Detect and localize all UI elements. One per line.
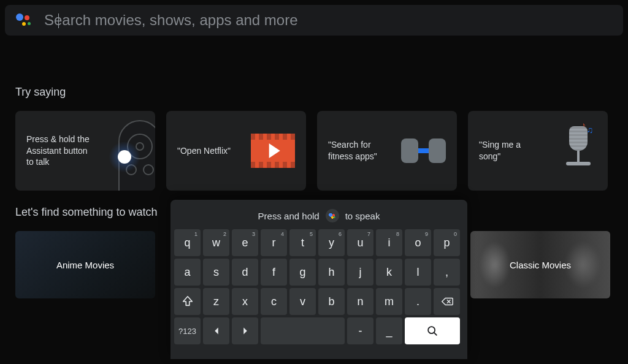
tile-label: Anime Movies [56,260,114,270]
key-p[interactable]: p0 [434,229,460,256]
assistant-icon [326,209,339,222]
try-card-sing-song[interactable]: "Sing me a song" ♪ ♫ [468,111,608,191]
svg-point-0 [428,327,435,333]
key-punct[interactable]: , [434,259,460,286]
key-j[interactable]: j [347,259,373,286]
onscreen-keyboard[interactable]: Press and hold to speak q1w2e3r4t5y6u7i8… [170,200,467,359]
key-g[interactable]: g [289,259,316,286]
key-s[interactable]: s [203,259,229,286]
key-punct[interactable]: . [405,288,431,315]
try-card-fitness-apps[interactable]: "Search for fitness apps" [317,111,457,191]
key-q[interactable]: q1 [174,229,201,256]
key-r[interactable]: r4 [261,229,287,256]
key-left-arrow-icon[interactable] [203,317,229,344]
key-d[interactable]: d [232,259,258,286]
try-card-label: "Search for fitness apps" [328,139,392,162]
hint-right: to speak [345,211,380,221]
key-f[interactable]: f [261,259,287,286]
category-tile-anime[interactable]: Anime Movies [15,231,155,298]
assistant-icon [16,12,32,28]
microphone-icon: ♪ ♫ [560,126,597,175]
film-play-icon [251,134,295,168]
key-a[interactable]: a [174,259,201,286]
try-card-assistant-hold[interactable]: Press & hold the Assistant button to tal… [15,111,155,191]
key-right-arrow-icon[interactable] [232,317,258,344]
key-i[interactable]: i8 [376,229,402,256]
key-search[interactable] [405,317,460,344]
key-c[interactable]: c [261,288,287,315]
key-k[interactable]: k [376,259,402,286]
keyboard-voice-hint: Press and hold to speak [174,206,464,226]
assistant-button-glow [106,138,143,175]
try-card-label: "Sing me a song" [479,139,543,162]
category-tile-classic[interactable]: Classic Movies [470,231,610,298]
try-card-label: Press & hold the Assistant button to tal… [26,134,91,169]
key-l[interactable]: l [405,259,431,286]
tile-label: Classic Movies [510,260,571,270]
key-m[interactable]: m [376,288,402,315]
hint-left: Press and hold [258,211,320,221]
search-input[interactable] [44,12,612,29]
key-v[interactable]: v [289,288,316,315]
key-space[interactable] [261,317,345,344]
key-punct[interactable]: - [347,317,373,344]
dumbbell-icon [401,138,446,163]
key-backspace-icon[interactable] [434,288,460,315]
key-h[interactable]: h [318,259,345,286]
key-x[interactable]: x [232,288,258,315]
key-o[interactable]: o9 [405,229,431,256]
key-z[interactable]: z [203,288,229,315]
try-card-label: "Open Netflix" [177,145,231,157]
search-bar[interactable] [5,5,623,36]
key-shift-icon[interactable] [174,288,201,315]
key-w[interactable]: w2 [203,229,229,256]
key-symbols[interactable]: ?123 [174,317,201,344]
key-punct[interactable]: _ [376,317,402,344]
key-y[interactable]: y6 [318,229,345,256]
try-saying-heading: Try saying [15,86,613,99]
key-u[interactable]: u7 [347,229,373,256]
try-card-open-netflix[interactable]: "Open Netflix" [166,111,306,191]
key-e[interactable]: e3 [232,229,258,256]
key-b[interactable]: b [318,288,345,315]
key-n[interactable]: n [347,288,373,315]
text-cursor [58,13,59,28]
key-t[interactable]: t5 [289,229,316,256]
try-saying-row: Press & hold the Assistant button to tal… [15,111,613,191]
